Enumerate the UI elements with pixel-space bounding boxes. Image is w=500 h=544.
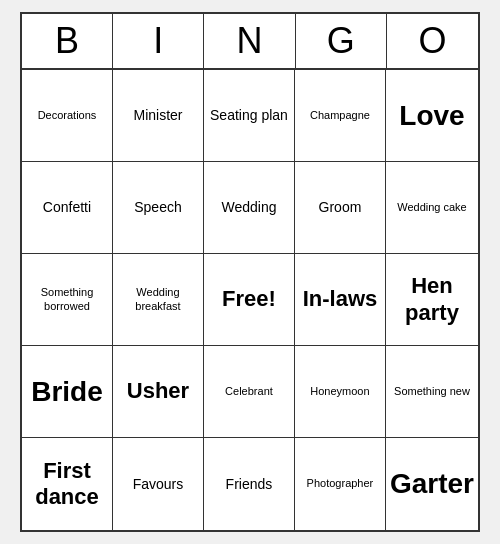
bingo-cell: Minister bbox=[113, 70, 204, 162]
header-letter: N bbox=[204, 14, 295, 68]
bingo-cell: Wedding cake bbox=[386, 162, 478, 254]
bingo-cell: Usher bbox=[113, 346, 204, 438]
header-letter: O bbox=[387, 14, 478, 68]
bingo-cell: Hen party bbox=[386, 254, 478, 346]
bingo-header: BINGO bbox=[22, 14, 478, 70]
bingo-cell: Celebrant bbox=[204, 346, 295, 438]
bingo-cell: Favours bbox=[113, 438, 204, 530]
bingo-cell: First dance bbox=[22, 438, 113, 530]
bingo-cell: Decorations bbox=[22, 70, 113, 162]
bingo-card: BINGO DecorationsMinisterSeating planCha… bbox=[20, 12, 480, 532]
header-letter: I bbox=[113, 14, 204, 68]
bingo-cell: Wedding bbox=[204, 162, 295, 254]
bingo-cell: Speech bbox=[113, 162, 204, 254]
bingo-cell: Seating plan bbox=[204, 70, 295, 162]
bingo-cell: Love bbox=[386, 70, 478, 162]
bingo-cell: Confetti bbox=[22, 162, 113, 254]
bingo-cell: Groom bbox=[295, 162, 386, 254]
header-letter: B bbox=[22, 14, 113, 68]
bingo-cell: Bride bbox=[22, 346, 113, 438]
header-letter: G bbox=[296, 14, 387, 68]
bingo-cell: Champagne bbox=[295, 70, 386, 162]
bingo-cell: Something new bbox=[386, 346, 478, 438]
bingo-cell: Wedding breakfast bbox=[113, 254, 204, 346]
bingo-cell: Something borrowed bbox=[22, 254, 113, 346]
bingo-cell: Honeymoon bbox=[295, 346, 386, 438]
bingo-cell: Photographer bbox=[295, 438, 386, 530]
bingo-cell: Garter bbox=[386, 438, 478, 530]
bingo-cell: In-laws bbox=[295, 254, 386, 346]
bingo-cell: Free! bbox=[204, 254, 295, 346]
bingo-grid: DecorationsMinisterSeating planChampagne… bbox=[22, 70, 478, 530]
bingo-cell: Friends bbox=[204, 438, 295, 530]
